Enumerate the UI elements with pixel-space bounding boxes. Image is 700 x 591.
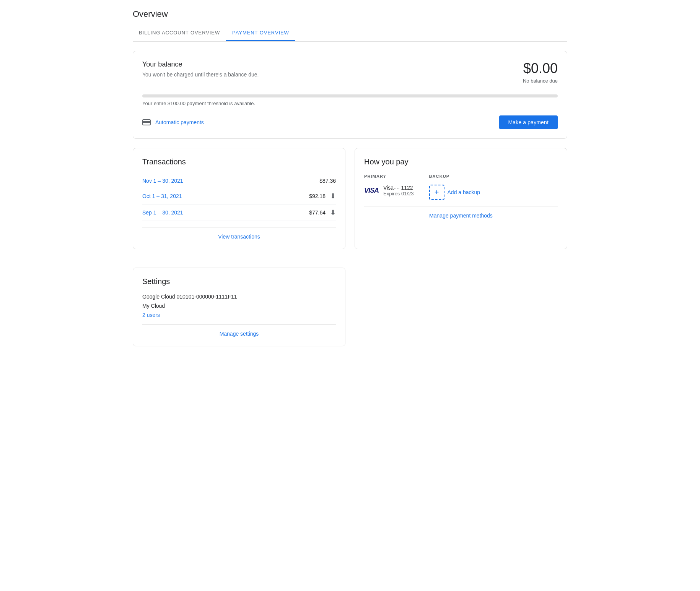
settings-account-id: Google Cloud 010101-000000-1111F11 xyxy=(142,294,336,300)
transaction-period-3[interactable]: Sep 1 – 30, 2021 xyxy=(142,209,183,216)
manage-settings-link[interactable]: Manage settings xyxy=(220,331,259,337)
table-row: Oct 1 – 31, 2021 $92.18 ⬇ xyxy=(142,188,336,205)
balance-title: Your balance xyxy=(142,60,259,68)
balance-amount-label: No balance due xyxy=(523,78,558,84)
balance-subtitle: You won't be charged until there's a bal… xyxy=(142,71,259,78)
balance-card: Your balance You won't be charged until … xyxy=(133,51,567,139)
add-circle-icon: + xyxy=(429,185,444,200)
view-transactions-link[interactable]: View transactions xyxy=(218,234,260,240)
visa-logo: VISA xyxy=(364,187,379,195)
transactions-card: Transactions Nov 1 – 30, 2021 $87.36 Oct… xyxy=(133,148,345,249)
add-backup-label: Add a backup xyxy=(448,189,480,195)
tab-billing-account-overview[interactable]: BILLING ACCOUNT OVERVIEW xyxy=(133,25,226,41)
auto-payments-link[interactable]: Automatic payments xyxy=(142,119,204,125)
backup-label: BACKUP xyxy=(429,174,480,179)
primary-label: PRIMARY xyxy=(364,174,414,179)
card-number: Visa···· 1122 xyxy=(383,185,414,191)
make-payment-button[interactable]: Make a payment xyxy=(499,115,558,129)
how-you-pay-title: How you pay xyxy=(364,157,558,166)
download-icon-1[interactable]: ⬇ xyxy=(330,192,336,200)
transaction-amount-1: $87.36 xyxy=(319,178,336,184)
download-icon-2[interactable]: ⬇ xyxy=(330,208,336,217)
add-backup-button[interactable]: + Add a backup xyxy=(429,185,480,200)
page-title: Overview xyxy=(133,9,567,19)
card-expiry: Expires 01/23 xyxy=(383,191,414,196)
transaction-amount-3: $77.64 xyxy=(309,209,326,216)
how-you-pay-card: How you pay PRIMARY VISA Visa···· 1122 E… xyxy=(355,148,567,249)
transaction-period-1[interactable]: Nov 1 – 30, 2021 xyxy=(142,178,183,184)
transaction-amount-2: $92.18 xyxy=(309,193,326,199)
settings-account-name: My Cloud xyxy=(142,303,336,309)
tab-payment-overview[interactable]: PAYMENT OVERVIEW xyxy=(226,25,295,41)
primary-card-info: VISA Visa···· 1122 Expires 01/23 xyxy=(364,185,414,196)
transaction-period-2[interactable]: Oct 1 – 31, 2021 xyxy=(142,193,182,199)
transactions-title: Transactions xyxy=(142,157,336,166)
tabs: BILLING ACCOUNT OVERVIEW PAYMENT OVERVIE… xyxy=(133,25,567,42)
manage-payment-methods-link[interactable]: Manage payment methods xyxy=(429,213,493,219)
table-row: Sep 1 – 30, 2021 $77.64 ⬇ xyxy=(142,205,336,221)
progress-bar-container xyxy=(142,94,558,97)
table-row: Nov 1 – 30, 2021 $87.36 xyxy=(142,174,336,188)
settings-info: Google Cloud 010101-000000-1111F11 My Cl… xyxy=(142,294,336,318)
progress-bar-track xyxy=(142,94,558,97)
threshold-text: Your entire $100.00 payment threshold is… xyxy=(142,101,558,106)
settings-title: Settings xyxy=(142,277,336,286)
balance-amount: $0.00 xyxy=(523,60,558,76)
settings-users-link[interactable]: 2 users xyxy=(142,312,160,318)
credit-card-icon xyxy=(142,119,151,125)
settings-card: Settings Google Cloud 010101-000000-1111… xyxy=(133,268,345,346)
